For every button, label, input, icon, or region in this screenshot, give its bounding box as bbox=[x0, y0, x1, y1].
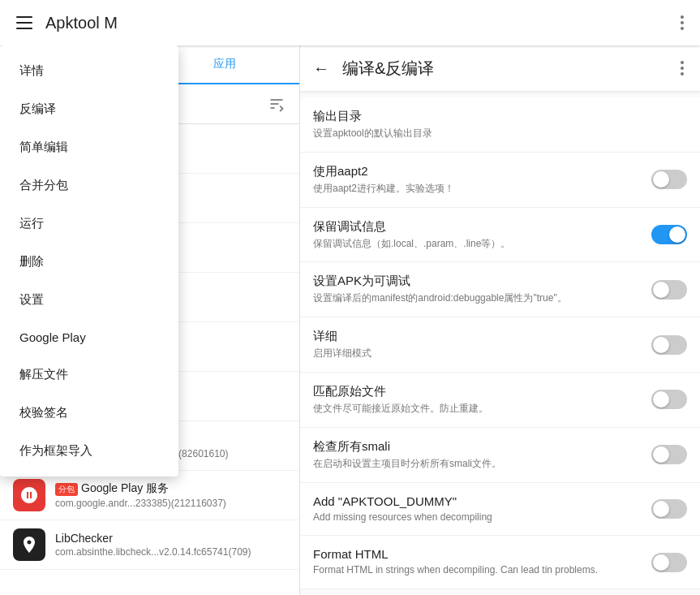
toggle-check-smali[interactable] bbox=[651, 445, 687, 464]
setting-text-3: 设置APK为可调试 设置编译后的manifest的android:debugga… bbox=[313, 274, 638, 305]
setting-output-dir[interactable]: 输出目录 设置apktool的默认输出目录 bbox=[300, 97, 700, 153]
menu-item-merge-split[interactable]: 合并分包 bbox=[0, 166, 178, 205]
setting-aapt2: 使用aapt2 使用aapt2进行构建。实验选项！ bbox=[300, 153, 700, 208]
sort-button[interactable] bbox=[264, 91, 290, 117]
setting-desc-2: 保留调试信息（如.local、.param、.line等）。 bbox=[313, 237, 638, 251]
menu-item-import-framework[interactable]: 作为框架导入 bbox=[0, 432, 178, 470]
setting-desc-0: 设置apktool的默认输出目录 bbox=[313, 127, 687, 140]
setting-title-6: 检查所有smali bbox=[313, 439, 638, 455]
setting-verbose: 详细 启用详细模式 bbox=[300, 317, 700, 373]
setting-title-4: 详细 bbox=[313, 329, 638, 344]
back-button[interactable]: ← bbox=[313, 59, 329, 78]
setting-title-1: 使用aapt2 bbox=[313, 164, 638, 179]
setting-format-html: Format HTML Format HTML in strings when … bbox=[300, 536, 700, 589]
setting-desc-3: 设置编译后的manifest的android:debuggable属性为"tru… bbox=[313, 291, 638, 305]
setting-title-8: Format HTML bbox=[313, 547, 638, 561]
right-panel-header: ← 编译&反编译 bbox=[300, 45, 700, 91]
setting-check-smali: 检查所有smali 在启动和设置主项目时分析所有smali文件。 bbox=[300, 428, 700, 483]
context-menu: 详情 反编译 简单编辑 合并分包 运行 删除 设置 Google Play 解压… bbox=[0, 45, 178, 476]
menu-item-settings[interactable]: 设置 bbox=[0, 281, 178, 319]
setting-desc-4: 启用详细模式 bbox=[313, 347, 638, 360]
app-bar-more-button[interactable] bbox=[677, 12, 687, 33]
app-name-gpservice: 分包Google Play 服务 bbox=[55, 481, 286, 496]
setting-text-1: 使用aapt2 使用aapt2进行构建。实验选项！ bbox=[313, 164, 638, 196]
menu-item-google-play[interactable]: Google Play bbox=[0, 319, 178, 356]
setting-desc-8: Format HTML in strings when decompiling.… bbox=[313, 563, 638, 577]
hamburger-menu[interactable] bbox=[13, 13, 36, 32]
app-detail-libchecker: com.absinthe.libcheck...v2.0.14.fc65741(… bbox=[55, 546, 286, 558]
menu-item-verify-sign[interactable]: 校验签名 bbox=[0, 394, 178, 432]
setting-text-0: 输出目录 设置apktool的默认输出目录 bbox=[313, 109, 687, 140]
setting-title-7: Add "APKTOOL_DUMMY" bbox=[313, 494, 638, 508]
menu-item-delete[interactable]: 删除 bbox=[0, 243, 178, 281]
settings-list: 输出目录 设置apktool的默认输出目录 使用aapt2 使用aapt2进行构… bbox=[300, 91, 700, 595]
badge-gpservice: 分包 bbox=[55, 483, 78, 496]
app-detail-gpservice: com.google.andr...233385)(212116037) bbox=[55, 498, 286, 509]
main-content: 在此 应用 名称 ▾ ...ut bbox=[0, 45, 700, 595]
menu-item-run[interactable]: 运行 bbox=[0, 205, 178, 243]
toggle-apktool-dummy[interactable] bbox=[651, 499, 687, 519]
menu-item-details[interactable]: 详情 bbox=[0, 52, 178, 90]
app-info-libchecker: LibChecker com.absinthe.libcheck...v2.0.… bbox=[55, 532, 286, 558]
menu-item-decompile[interactable]: 反编译 bbox=[0, 90, 178, 128]
setting-text-2: 保留调试信息 保留调试信息（如.local、.param、.line等）。 bbox=[313, 219, 638, 251]
app-name-libchecker: LibChecker bbox=[55, 532, 286, 545]
setting-apktool-dummy: Add "APKTOOL_DUMMY" Add missing resource… bbox=[300, 483, 700, 537]
setting-text-4: 详细 启用详细模式 bbox=[313, 329, 638, 360]
toggle-debug-info[interactable] bbox=[651, 225, 687, 244]
setting-debuggable: 设置APK为可调试 设置编译后的manifest的android:debugga… bbox=[300, 262, 700, 317]
setting-text-8: Format HTML Format HTML in strings when … bbox=[313, 547, 638, 577]
setting-desc-1: 使用aapt2进行构建。实验选项！ bbox=[313, 182, 638, 196]
toggle-aapt2[interactable] bbox=[651, 170, 687, 189]
setting-debug-info: 保留调试信息 保留调试信息（如.local、.param、.line等）。 bbox=[300, 208, 700, 263]
app-icon-libchecker bbox=[13, 528, 45, 561]
setting-match-original: 匹配原始文件 使文件尽可能接近原始文件。防止重建。 bbox=[300, 373, 700, 428]
setting-text-5: 匹配原始文件 使文件尽可能接近原始文件。防止重建。 bbox=[313, 384, 638, 416]
setting-title-0: 输出目录 bbox=[313, 109, 687, 124]
right-panel-more-button[interactable] bbox=[677, 58, 687, 79]
toggle-format-html[interactable] bbox=[651, 553, 687, 572]
setting-title-3: 设置APK为可调试 bbox=[313, 274, 638, 289]
right-panel-title: 编译&反编译 bbox=[342, 58, 664, 80]
setting-text-7: Add "APKTOOL_DUMMY" Add missing resource… bbox=[313, 494, 638, 524]
toggle-verbose[interactable] bbox=[651, 335, 687, 355]
app-info-gpservice: 分包Google Play 服务 com.google.andr...23338… bbox=[55, 481, 286, 509]
app-bar: Apktool M bbox=[0, 0, 700, 45]
menu-item-simple-edit[interactable]: 简单编辑 bbox=[0, 128, 178, 166]
app-item-libchecker[interactable]: LibChecker com.absinthe.libcheck...v2.0.… bbox=[0, 520, 299, 570]
setting-desc-6: 在启动和设置主项目时分析所有smali文件。 bbox=[313, 457, 638, 471]
setting-title-5: 匹配原始文件 bbox=[313, 384, 638, 399]
app-item-gpservice[interactable]: 分包Google Play 服务 com.google.andr...23338… bbox=[0, 471, 299, 520]
app-icon-gpservice bbox=[13, 479, 45, 511]
setting-desc-5: 使文件尽可能接近原始文件。防止重建。 bbox=[313, 402, 638, 416]
setting-text-6: 检查所有smali 在启动和设置主项目时分析所有smali文件。 bbox=[313, 439, 638, 471]
app-bar-left: Apktool M bbox=[13, 13, 677, 32]
app-title: Apktool M bbox=[45, 14, 118, 32]
right-panel: ← 编译&反编译 输出目录 设置apktool的默认输出目录 使用aapt2 使… bbox=[300, 45, 700, 595]
toggle-match-original[interactable] bbox=[651, 390, 687, 409]
setting-desc-7: Add missing resources when decompiling bbox=[313, 511, 638, 524]
setting-title-2: 保留调试信息 bbox=[313, 219, 638, 235]
toggle-debuggable[interactable] bbox=[651, 280, 687, 300]
menu-item-extract[interactable]: 解压文件 bbox=[0, 356, 178, 394]
